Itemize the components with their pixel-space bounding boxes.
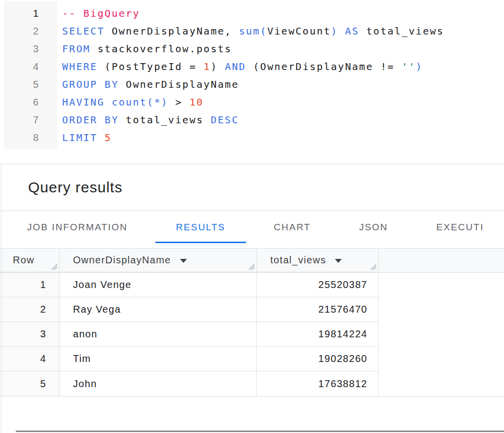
code-token-keyword: SELECT <box>62 25 105 37</box>
code-token-keyword: ) <box>331 25 338 37</box>
line-number: 4 <box>4 58 38 75</box>
tab-job-information[interactable]: JOB INFORMATION <box>6 211 148 243</box>
code-token-keyword: AND <box>225 61 246 72</box>
code-line[interactable]: FROM stackoverflow.posts <box>62 40 504 58</box>
table-row: 5John17638812 <box>0 371 504 396</box>
line-number: 3 <box>4 40 38 58</box>
bigquery-results-panel: 12345678 -- BigQuerySELECT OwnerDisplayN… <box>0 0 504 433</box>
code-token-keyword: ) <box>416 61 423 72</box>
total-views-cell: 19028260 <box>257 347 379 371</box>
code-token-keyword: GROUP BY <box>62 78 119 90</box>
filler-cell <box>379 297 504 322</box>
column-resize-handle[interactable] <box>248 263 255 270</box>
code-token-keyword: WHERE <box>62 61 98 72</box>
code-line[interactable]: ORDER BY total_views DESC <box>62 111 504 129</box>
code-token-keyword: AS <box>345 25 360 37</box>
row-index-cell: 2 <box>0 297 60 322</box>
resize-grip-icon <box>51 263 58 270</box>
line-number: 2 <box>4 22 38 40</box>
results-tab-bar: JOB INFORMATIONRESULTSCHARTJSONEXECUTI <box>0 211 504 243</box>
code-token-plain: stackoverflow.posts <box>90 43 232 55</box>
column-header-ownerdisplayname[interactable]: OwnerDisplayName <box>60 249 257 272</box>
tab-chart[interactable]: CHART <box>253 211 331 243</box>
line-number: 1 <box>4 4 38 22</box>
code-token-plain <box>98 132 105 144</box>
owner-display-name-cell: John <box>60 371 257 396</box>
table-row: 2Ray Vega21576470 <box>0 297 504 322</box>
row-index-cell: 1 <box>0 273 60 297</box>
code-line[interactable]: LIMIT 5 <box>62 129 504 146</box>
column-header-filler <box>379 249 504 272</box>
editor-code-area[interactable]: -- BigQuerySELECT OwnerDisplayName, sum(… <box>57 1 504 146</box>
code-token-plain: > <box>168 96 189 108</box>
code-token-plain: OwnerDisplayName <box>119 78 239 90</box>
code-line[interactable]: WHERE (PostTypeId = 1) AND (OwnerDisplay… <box>62 58 504 75</box>
total-views-cell: 25520387 <box>257 273 379 297</box>
line-number: 6 <box>4 93 38 111</box>
code-token-plain: ViewCount <box>267 25 331 37</box>
code-token-keyword: ORDER BY <box>62 114 119 126</box>
horizontal-scrollbar[interactable] <box>16 431 504 432</box>
code-token-keyword: HAVING <box>62 96 105 108</box>
line-number: 5 <box>4 75 38 93</box>
code-token-keyword: DESC <box>211 114 239 126</box>
results-table: Row OwnerDisplayName total_views <box>0 248 504 397</box>
table-row: 4Tim19028260 <box>0 347 504 371</box>
code-token-plain <box>338 25 345 37</box>
code-token-number: 5 <box>105 132 111 144</box>
code-line[interactable]: SELECT OwnerDisplayName, sum(ViewCount) … <box>62 22 504 40</box>
column-header-row: Row <box>0 249 60 272</box>
query-results-header: Query results <box>0 164 504 211</box>
tab-json[interactable]: JSON <box>338 211 409 243</box>
column-header-total-views[interactable]: total_views <box>257 249 379 272</box>
column-header-ownerdisplayname-label: OwnerDisplayName <box>73 254 171 266</box>
code-token-number: 10 <box>189 96 204 108</box>
resize-grip-icon <box>248 263 255 270</box>
tab-results[interactable]: RESULTS <box>155 211 246 243</box>
sql-editor[interactable]: 12345678 -- BigQuerySELECT OwnerDisplayN… <box>0 0 504 164</box>
table-row: 3anon19814224 <box>0 322 504 347</box>
code-token-plain: (PostTypeId = <box>98 61 204 72</box>
code-token-keyword: FROM <box>62 43 90 55</box>
filler-cell <box>379 371 504 396</box>
code-token-keyword: sum( <box>239 25 267 37</box>
owner-display-name-cell: Joan Venge <box>60 273 257 297</box>
table-row: 1Joan Venge25520387 <box>0 273 504 297</box>
tab-executi[interactable]: EXECUTI <box>416 211 504 243</box>
code-token-plain: total_views <box>359 25 444 37</box>
resize-grip-icon <box>370 263 377 270</box>
code-token-keyword: LIMIT <box>62 132 98 144</box>
total-views-cell: 19814224 <box>257 322 379 347</box>
filler-cell <box>379 322 504 347</box>
filler-cell <box>379 347 504 371</box>
code-token-plain: OwnerDisplayName, <box>105 25 239 37</box>
column-header-total-views-label: total_views <box>270 254 326 266</box>
total-views-cell: 17638812 <box>257 371 379 396</box>
row-index-cell: 4 <box>0 347 60 371</box>
owner-display-name-cell: anon <box>60 322 257 347</box>
code-token-string: '' <box>401 61 416 72</box>
results-table-body: 1Joan Venge255203872Ray Vega215764703ano… <box>0 273 504 396</box>
code-token-comment: -- BigQuery <box>62 7 140 19</box>
row-index-cell: 3 <box>0 322 60 347</box>
code-line[interactable]: -- BigQuery <box>62 4 504 22</box>
column-resize-handle[interactable] <box>370 263 377 270</box>
line-number: 7 <box>4 111 38 129</box>
column-dropdown-icon[interactable] <box>335 259 342 263</box>
column-header-row-label: Row <box>13 254 35 266</box>
code-line[interactable]: GROUP BY OwnerDisplayName <box>62 75 504 93</box>
code-line[interactable]: HAVING count(*) > 10 <box>62 93 504 111</box>
code-token-plain: ) <box>211 61 225 72</box>
editor-gutter: 12345678 <box>4 1 57 149</box>
code-token-keyword: count(*) <box>111 96 168 108</box>
code-token-plain: (OwnerDisplayName != <box>246 61 402 72</box>
owner-display-name-cell: Ray Vega <box>60 297 257 322</box>
column-dropdown-icon[interactable] <box>180 259 187 263</box>
code-token-plain <box>105 96 111 108</box>
filler-cell <box>379 273 504 297</box>
column-resize-handle[interactable] <box>51 263 58 270</box>
owner-display-name-cell: Tim <box>60 347 257 371</box>
results-table-header: Row OwnerDisplayName total_views <box>0 248 504 273</box>
line-number: 8 <box>4 129 38 146</box>
row-index-cell: 5 <box>0 371 60 396</box>
